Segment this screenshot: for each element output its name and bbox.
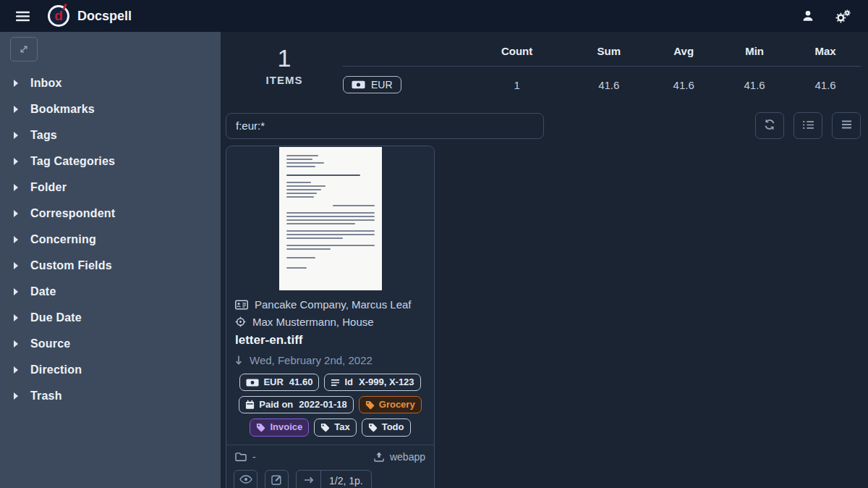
concerning-value: Max Mustermann, House bbox=[252, 316, 374, 328]
source-value: webapp bbox=[390, 451, 425, 463]
tag-badge-grocery[interactable]: Grocery bbox=[359, 396, 422, 413]
source-cell: webapp bbox=[374, 451, 425, 463]
upload-icon bbox=[374, 452, 384, 462]
toolbar-buttons bbox=[755, 112, 861, 139]
folder-value: - bbox=[252, 451, 256, 463]
tag-badge-tax[interactable]: Tax bbox=[314, 418, 356, 436]
banknote-icon bbox=[246, 379, 259, 387]
item-date-row: Wed, February 2nd, 2022 bbox=[235, 354, 425, 366]
caret-right-icon bbox=[14, 210, 18, 217]
sidebar-item-folder[interactable]: Folder bbox=[0, 174, 221, 201]
tag-icon bbox=[320, 423, 330, 432]
caret-right-icon bbox=[14, 132, 18, 139]
list-lines-icon bbox=[331, 379, 340, 387]
stats-header-min: Min bbox=[719, 39, 790, 67]
caret-right-icon bbox=[14, 366, 18, 374]
menu-bars-button[interactable] bbox=[832, 112, 861, 139]
sidebar-item-label: Custom Fields bbox=[30, 259, 112, 272]
amount-badge[interactable]: EUR41.60 bbox=[239, 374, 319, 391]
badge-value: X-999, X-123 bbox=[359, 376, 414, 389]
view-button[interactable] bbox=[234, 470, 258, 488]
sidebar-item-label: Correspondent bbox=[30, 207, 115, 220]
tag-badge-invoice[interactable]: Invoice bbox=[250, 418, 309, 436]
expand-sidebar-button[interactable] bbox=[10, 37, 38, 62]
address-card-icon bbox=[235, 300, 248, 310]
sidebar-item-source[interactable]: Source bbox=[0, 331, 221, 357]
stats-header-avg: Avg bbox=[648, 39, 719, 67]
sidebar-item-date[interactable]: Date bbox=[0, 279, 221, 305]
badge-label: Todo bbox=[382, 421, 404, 434]
currency-badge: EUR bbox=[343, 76, 401, 93]
caret-right-icon bbox=[14, 288, 18, 295]
stats-value-avg: 41.6 bbox=[648, 67, 719, 104]
sidebar-item-due-date[interactable]: Due Date bbox=[0, 305, 221, 331]
folder-icon bbox=[235, 452, 247, 461]
edit-icon bbox=[271, 474, 282, 487]
caret-right-icon bbox=[14, 158, 18, 165]
badge-value: 41.60 bbox=[289, 376, 313, 389]
crosshair-icon bbox=[235, 316, 246, 327]
badge-value: 2022-01-18 bbox=[299, 398, 347, 411]
tag-icon bbox=[368, 423, 378, 432]
user-icon[interactable] bbox=[802, 9, 814, 23]
refresh-button[interactable] bbox=[755, 112, 784, 139]
sidebar-item-label: Bookmarks bbox=[30, 103, 95, 116]
stats-header-sum: Sum bbox=[569, 39, 648, 67]
sidebar-item-label: Source bbox=[30, 337, 70, 350]
badge-row: EUR41.60IdX-999, X-123 bbox=[235, 374, 425, 391]
arrow-down-icon bbox=[235, 355, 242, 366]
select-mode-button[interactable] bbox=[793, 112, 822, 139]
caret-right-icon bbox=[14, 106, 18, 113]
search-input[interactable] bbox=[226, 113, 544, 139]
top-navbar: d Docspell bbox=[0, 0, 868, 32]
stats-value-max: 41.6 bbox=[790, 67, 861, 104]
sidebar-item-direction[interactable]: Direction bbox=[0, 357, 221, 383]
app-root: d Docspell InboxBo bbox=[0, 0, 868, 488]
results-area: Pancake Company, Marcus Leaf Max Musterm… bbox=[226, 146, 861, 488]
app-logo[interactable]: d Docspell bbox=[48, 5, 132, 27]
folder-source-row: - webapp bbox=[226, 445, 434, 467]
caret-right-icon bbox=[14, 262, 18, 269]
sidebar-item-tag-categories[interactable]: Tag Categories bbox=[0, 148, 221, 174]
badge-label: EUR bbox=[263, 376, 283, 389]
sidebar-item-label: Tag Categories bbox=[30, 155, 115, 168]
paid-date-badge[interactable]: Paid on2022-01-18 bbox=[239, 396, 353, 413]
arrow-right-icon bbox=[304, 474, 314, 487]
id-badge[interactable]: IdX-999, X-123 bbox=[324, 374, 420, 391]
badge-label: Tax bbox=[334, 421, 349, 434]
folder-cell: - bbox=[235, 451, 256, 463]
pager: 1/2, 1p. bbox=[296, 470, 372, 488]
sidebar-menu: InboxBookmarksTagsTag CategoriesFolderCo… bbox=[0, 62, 221, 409]
sidebar-item-correspondent[interactable]: Correspondent bbox=[0, 201, 221, 227]
sidebar-item-bookmarks[interactable]: Bookmarks bbox=[0, 96, 221, 122]
gears-icon[interactable] bbox=[834, 9, 851, 23]
navbar-actions bbox=[802, 9, 858, 23]
correspondent-value: Pancake Company, Marcus Leaf bbox=[255, 298, 412, 311]
sidebar-item-trash[interactable]: Trash bbox=[0, 383, 221, 409]
caret-right-icon bbox=[14, 340, 18, 348]
stats-header-row: CountSumAvgMinMax bbox=[343, 39, 861, 67]
app-shell: InboxBookmarksTagsTag CategoriesFolderCo… bbox=[0, 32, 868, 488]
item-preview[interactable] bbox=[226, 146, 434, 291]
next-page-button[interactable] bbox=[297, 471, 321, 488]
badge-row: InvoiceTaxTodo bbox=[235, 418, 425, 436]
stats-table: CountSumAvgMinMax EUR bbox=[343, 39, 861, 103]
stats-value-count: 1 bbox=[464, 67, 569, 104]
stats-section: 1 ITEMS CountSumAvgMinMax bbox=[226, 38, 861, 103]
sidebar-item-inbox[interactable]: Inbox bbox=[0, 70, 221, 96]
caret-right-icon bbox=[14, 80, 18, 87]
item-card: Pancake Company, Marcus Leaf Max Musterm… bbox=[226, 146, 435, 488]
sidebar-item-custom-fields[interactable]: Custom Fields bbox=[0, 253, 221, 279]
menu-icon[interactable] bbox=[10, 4, 35, 28]
sidebar-item-concerning[interactable]: Concerning bbox=[0, 227, 221, 253]
tag-badge-todo[interactable]: Todo bbox=[362, 418, 411, 436]
page-indicator: 1/2, 1p. bbox=[321, 471, 371, 488]
sidebar-item-label: Trash bbox=[30, 390, 62, 403]
items-count-label: ITEMS bbox=[226, 74, 343, 86]
sidebar-item-label: Folder bbox=[30, 181, 67, 194]
edit-button[interactable] bbox=[265, 470, 289, 488]
sidebar-item-tags[interactable]: Tags bbox=[0, 122, 221, 148]
sidebar-item-label: Tags bbox=[30, 129, 57, 142]
sidebar-item-label: Direction bbox=[30, 363, 82, 376]
sidebar: InboxBookmarksTagsTag CategoriesFolderCo… bbox=[0, 32, 221, 488]
